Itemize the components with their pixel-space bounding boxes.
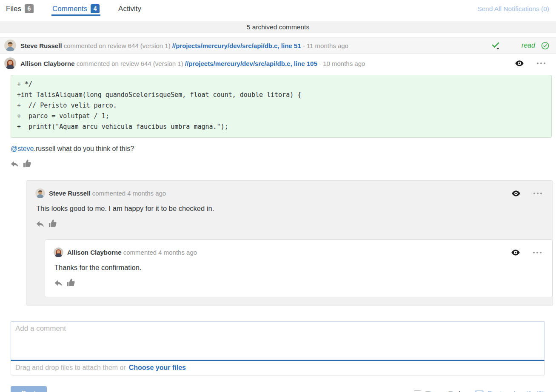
comment-author: Steve Russell xyxy=(20,42,62,49)
avatar xyxy=(35,188,45,198)
thumbs-up-icon[interactable] xyxy=(23,159,31,169)
flag-as-task[interactable]: Flag as Task xyxy=(414,390,462,392)
user-mention-link[interactable]: @steve xyxy=(11,145,34,152)
post-button[interactable]: Post xyxy=(11,386,47,392)
tab-comments[interactable]: Comments 4 xyxy=(52,4,100,13)
comment-thread-header-read[interactable]: Steve Russell commented on review 644 (v… xyxy=(0,37,556,54)
tab-comments-label: Comments xyxy=(52,5,87,13)
comment-time: - 11 months ago xyxy=(303,42,348,49)
reply-actions xyxy=(36,219,542,229)
post-and-notify-link[interactable]: Post and notify (0) xyxy=(475,390,545,392)
tab-bar: Files 6 Comments 4 Activity Send All Not… xyxy=(0,0,556,14)
nested-reply-card: Allison Clayborne commented 4 months ago… xyxy=(45,239,553,297)
flag-as-task-checkbox[interactable] xyxy=(414,390,421,392)
choose-files-link[interactable]: Choose your files xyxy=(129,364,186,372)
file-line-link[interactable]: //projects/mercury/dev/src/api/db.c, lin… xyxy=(185,60,317,67)
avatar xyxy=(4,57,16,69)
reply-actions xyxy=(54,278,542,288)
code-diff-block: + */ +int TalisAliquam(long quandoSceler… xyxy=(11,75,552,138)
comment-action: commented on review 644 (version 1) xyxy=(77,60,183,67)
comment-author: Allison Clayborne xyxy=(20,60,75,67)
composer-footer: Post Flag as Task Post and notify (0) xyxy=(11,386,545,392)
reply-thread: Steve Russell commented 4 months ago Thi… xyxy=(26,180,553,306)
eye-icon[interactable] xyxy=(512,190,520,196)
post-and-notify-label: Post and notify (0) xyxy=(488,390,545,392)
send-all-notifications-link[interactable]: Send All Notifications (0) xyxy=(477,5,549,13)
eye-icon[interactable] xyxy=(511,250,520,256)
envelope-icon xyxy=(475,390,484,392)
tab-files-badge: 6 xyxy=(25,4,34,13)
tab-files[interactable]: Files 6 xyxy=(6,4,34,13)
eye-icon[interactable] xyxy=(515,60,524,66)
reply-header: Allison Clayborne commented 4 months ago xyxy=(54,247,552,257)
comment-body: @steve.russell what do you think of this… xyxy=(11,145,545,153)
archived-comments-banner[interactable]: 5 archived comments xyxy=(0,21,556,33)
reply-author: Steve Russell xyxy=(49,190,91,197)
comment-time: - 10 months ago xyxy=(319,60,365,67)
thumbs-up-icon[interactable] xyxy=(67,278,75,288)
code-diff-text: + */ +int TalisAliquam(long quandoSceler… xyxy=(17,79,545,132)
avatar xyxy=(54,247,63,257)
comment-actions xyxy=(11,159,545,169)
attachment-row: Drag and drop files to attach them or Ch… xyxy=(11,361,544,375)
comment-input[interactable] xyxy=(11,322,544,360)
read-status-label: read xyxy=(522,42,535,49)
comment-composer: Drag and drop files to attach them or Ch… xyxy=(11,321,545,375)
reply-meta: commented 4 months ago xyxy=(92,190,166,197)
drag-drop-hint: Drag and drop files to attach them or xyxy=(15,364,126,372)
tab-files-label: Files xyxy=(6,5,21,13)
flag-as-task-label: Flag as Task xyxy=(425,390,462,392)
comment-input-region xyxy=(11,321,545,361)
ellipsis-icon[interactable] xyxy=(533,192,542,195)
reply-arrow-icon[interactable] xyxy=(54,280,63,288)
comment-thread-header[interactable]: Allison Clayborne commented on review 64… xyxy=(0,54,556,73)
tab-activity-label: Activity xyxy=(118,5,141,13)
comment-body-text: .russell what do you think of this? xyxy=(34,145,134,152)
tab-activity[interactable]: Activity xyxy=(118,5,141,13)
thumbs-up-icon[interactable] xyxy=(48,219,57,229)
file-line-link[interactable]: //projects/mercury/dev/src/api/db.c, lin… xyxy=(172,42,301,49)
comment-action: commented on review 644 (version 1) xyxy=(64,42,171,49)
ellipsis-icon[interactable] xyxy=(536,62,546,65)
reply-body: This looks good to me. I am happy for it… xyxy=(36,205,553,213)
reply-author: Allison Clayborne xyxy=(67,249,122,256)
reply-header: Steve Russell commented 4 months ago xyxy=(35,188,553,198)
avatar xyxy=(4,40,16,51)
tab-comments-badge: 4 xyxy=(91,4,100,13)
reply-arrow-icon[interactable] xyxy=(36,221,44,229)
reply-body: Thanks for the confirmation. xyxy=(54,264,552,272)
ellipsis-icon[interactable] xyxy=(533,251,542,254)
reply-arrow-icon[interactable] xyxy=(11,161,19,169)
mark-read-dropdown[interactable] xyxy=(491,41,500,50)
reply-meta: commented 4 months ago xyxy=(123,249,197,256)
circled-check-icon[interactable] xyxy=(541,42,549,50)
